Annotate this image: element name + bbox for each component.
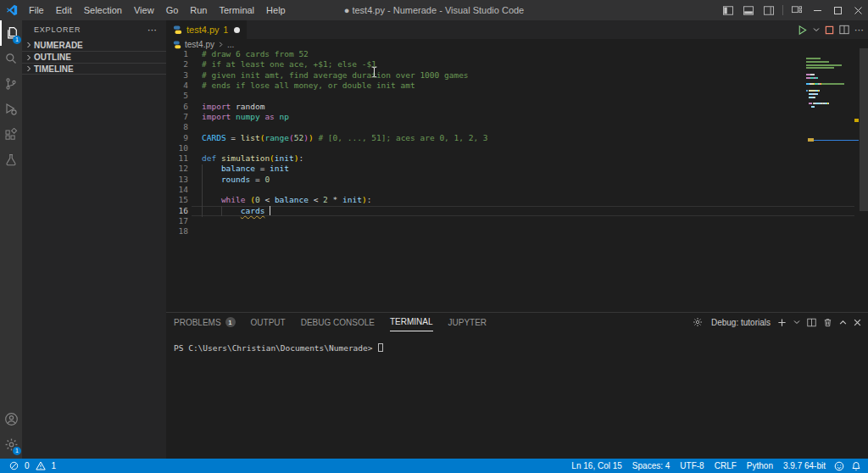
status-python-interpreter[interactable]: 3.9.7 64-bit [778,461,831,470]
code-line-11[interactable]: 11def simulation(init): [166,153,868,164]
close-panel-icon[interactable] [854,319,861,326]
menu-file[interactable]: File [23,0,50,20]
code-editor[interactable]: 1# draw 6 cards from 522# if at least on… [166,49,868,303]
code-line-13[interactable]: 13 rounds = 0 [166,175,868,185]
status-bar: 0 1 Ln 16, Col 15Spaces: 4UTF-8CRLFPytho… [0,459,868,473]
code-line-17[interactable]: 17 [166,216,868,226]
activity-account[interactable] [0,406,22,431]
run-python-file-button[interactable] [797,25,808,36]
unsaved-dot-icon[interactable] [234,27,240,33]
status-encoding[interactable]: UTF-8 [675,461,709,470]
sidebar-section-timeline[interactable]: TIMELINE [22,63,166,75]
terminal-dropdown-chevron-icon[interactable] [793,319,800,326]
panel-tab-jupyter[interactable]: JUPYTER [448,313,487,331]
errors-icon[interactable] [6,461,22,470]
line-number: 16 [166,206,188,216]
line-text: CARDS = list(range(52)) # [0, ..., 51]; … [202,133,488,142]
warnings-icon[interactable] [32,461,49,470]
toggle-secondary-sidebar-icon[interactable] [759,0,779,20]
status-indentation[interactable]: Spaces: 4 [627,461,675,470]
panel-tab-problems[interactable]: PROBLEMS1 [174,313,236,331]
stop-button[interactable] [825,25,834,35]
bottom-panel: PROBLEMS1OUTPUTDEBUG CONSOLETERMINALJUPY… [166,312,868,459]
line-number: 2 [166,59,188,70]
code-line-5[interactable]: 5 [166,91,868,101]
menu-bar: FileEditSelectionViewGoRunTerminalHelp [23,0,292,20]
menu-selection[interactable]: Selection [78,0,128,20]
more-actions-button[interactable]: ⋯ [854,25,865,36]
split-editor-button[interactable] [839,25,849,35]
code-line-16[interactable]: 16 cards [166,206,868,216]
menu-terminal[interactable]: Terminal [214,0,261,20]
tab-test4py[interactable]: test4.py 1 [166,20,247,39]
line-number: 9 [166,133,188,143]
run-dropdown-chevron-icon[interactable] [813,26,820,33]
split-terminal-button[interactable] [807,318,816,327]
line-number: 5 [166,91,188,101]
sidebar-section-numerade[interactable]: NUMERADE [22,39,166,51]
menu-edit[interactable]: Edit [50,0,78,20]
activity-settings[interactable]: 1 [0,431,22,457]
code-line-12[interactable]: 12 balance = init [166,164,868,174]
explorer-more-actions[interactable]: ⋯ [147,25,158,36]
activity-source-control[interactable] [0,71,22,97]
panel-tab-terminal[interactable]: TERMINAL [390,313,433,331]
code-line-9[interactable]: 9CARDS = list(range(52)) # [0, ..., 51];… [166,133,868,143]
status-language-mode[interactable]: Python [742,461,778,470]
code-line-3[interactable]: 3# given init amt, find average duration… [166,70,868,81]
code-line-15[interactable]: 15 while (0 < balance < 2 * init): [166,195,868,205]
maximize-button[interactable] [827,0,848,20]
notifications-bell-icon[interactable] [848,461,865,471]
warning-count[interactable]: 1 [52,461,57,470]
mouse-ibeam-cursor [370,66,378,78]
kill-terminal-trash-icon[interactable] [823,318,832,327]
panel-tab-debug-console[interactable]: DEBUG CONSOLE [301,313,375,331]
menu-go[interactable]: Go [160,0,185,20]
terminal-select[interactable]: Debug: tutorials [711,318,771,327]
code-line-14[interactable]: 14 [166,185,868,195]
account-icon [4,412,19,426]
menu-run[interactable]: Run [184,0,213,20]
code-line-8[interactable]: 8 [166,122,868,132]
new-terminal-button[interactable] [777,318,787,327]
customize-layout-icon[interactable] [787,0,807,20]
feedback-smiley-icon[interactable] [831,461,848,471]
status-cursor-position[interactable]: Ln 16, Col 15 [566,461,627,470]
menu-help[interactable]: Help [260,0,292,20]
editor-group: test4.py 1 ⋯ test4.py ... [166,20,868,459]
section-label: OUTLINE [34,53,71,62]
code-line-4[interactable]: 4# ends if lose all money, or double ini… [166,81,868,91]
status-eol[interactable]: CRLF [709,461,742,470]
line-number: 3 [166,70,188,81]
activity-explorer[interactable]: 1 [0,20,22,46]
breadcrumb-file[interactable]: test4.py [185,40,214,49]
chevron-right-icon [25,42,32,48]
line-text: cards [202,206,270,215]
panel-tab-output[interactable]: OUTPUT [251,313,286,331]
code-line-10[interactable]: 10 [166,143,868,153]
menu-view[interactable]: View [128,0,160,20]
terminal-content[interactable]: PS C:\Users\Christian\Documents\Numerade… [174,343,383,353]
activity-testing[interactable] [0,147,22,173]
error-count[interactable]: 0 [25,461,30,470]
code-line-2[interactable]: 2# if at least one ace, +$1; else -$1 [166,59,868,70]
section-label: NUMERADE [34,41,83,50]
code-line-6[interactable]: 6import random [166,102,868,112]
terminal-profile-gear-icon [693,317,703,327]
activity-extensions[interactable] [0,122,22,147]
code-line-7[interactable]: 7import numpy as np [166,112,868,122]
panel-actions: Debug: tutorials [693,313,861,331]
code-line-1[interactable]: 1# draw 6 cards from 52 [166,49,868,59]
toggle-panel-icon[interactable] [738,0,759,20]
toggle-sidebar-icon[interactable] [718,0,738,20]
maximize-panel-chevron-up-icon[interactable] [839,319,847,326]
code-line-18[interactable]: 18 [166,226,868,236]
search-icon [4,52,18,65]
activity-search[interactable] [0,46,22,71]
close-window-button[interactable] [848,0,868,20]
breadcrumb-symbol[interactable]: ... [227,40,234,49]
sidebar-section-outline[interactable]: OUTLINE [22,51,166,63]
minimize-button[interactable] [807,0,827,20]
activity-run-debug[interactable] [0,97,22,122]
tab-bar: test4.py 1 ⋯ [166,20,868,39]
